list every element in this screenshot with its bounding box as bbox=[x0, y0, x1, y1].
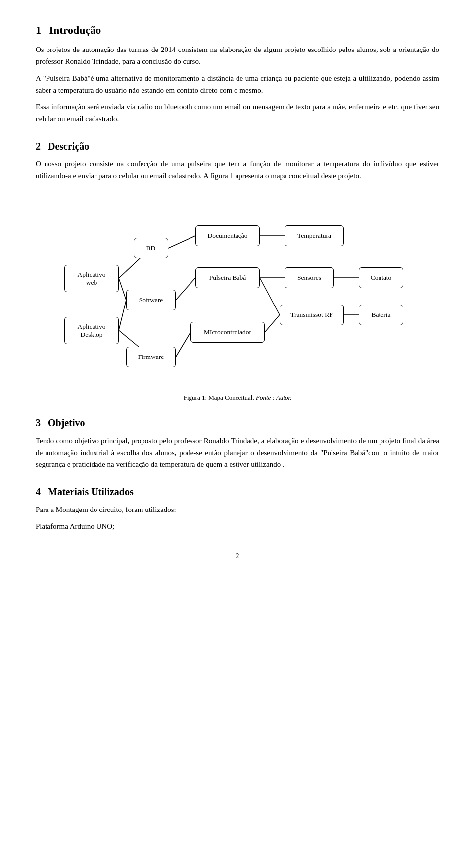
node-temperatura: Temperatura bbox=[285, 225, 344, 246]
section-3-para-1: Tendo como objetivo principal, proposto … bbox=[36, 435, 439, 470]
figure-caption: Figura 1: Mapa Conceitual. Fonte : Autor… bbox=[184, 394, 292, 402]
svg-line-2 bbox=[119, 300, 126, 330]
section-3: 3 Objetivo Tendo como objetivo principal… bbox=[36, 417, 439, 470]
diagram-lines bbox=[64, 196, 411, 389]
node-firmware: Firmware bbox=[126, 347, 176, 367]
svg-line-5 bbox=[176, 278, 195, 300]
node-pulseira-baba: Pulseira Babá bbox=[195, 267, 260, 288]
node-software: Software bbox=[126, 290, 176, 310]
svg-line-9 bbox=[260, 278, 280, 315]
section-3-title: 3 Objetivo bbox=[36, 417, 439, 429]
section-2-title: 2 Descrição bbox=[36, 141, 439, 152]
section-1-para-3: Essa informação será enviada via rádio o… bbox=[36, 101, 439, 125]
node-contato: Contato bbox=[359, 267, 403, 288]
svg-line-6 bbox=[176, 332, 190, 357]
node-aplicativo-web: Aplicativoweb bbox=[64, 265, 119, 292]
section-1-title: 1 Introdução bbox=[36, 24, 439, 37]
node-bd: BD bbox=[134, 238, 168, 258]
node-microcontrolador: MIcrocontrolador bbox=[190, 322, 265, 343]
diagram: Aplicativoweb AplicativoDesktop BD Softw… bbox=[64, 196, 411, 389]
section-4-para-2: Plataforma Arduino UNO; bbox=[36, 520, 439, 532]
node-aplicativo-desktop: AplicativoDesktop bbox=[64, 317, 119, 344]
section-2-para-1: O nosso projeto consiste na confecção de… bbox=[36, 158, 439, 182]
node-documentacao: Documentação bbox=[195, 225, 260, 246]
section-1-para-2: A "Pulseira Babá"é uma alternativa de mo… bbox=[36, 72, 439, 96]
node-sensores: Sensores bbox=[285, 267, 334, 288]
svg-line-10 bbox=[265, 315, 280, 332]
section-1: 1 Introdução Os projetos de automação da… bbox=[36, 24, 439, 125]
section-1-para-1: Os projetos de automação das turmas de 2… bbox=[36, 44, 439, 67]
node-transmissot-rf: Transmissot RF bbox=[280, 305, 344, 325]
section-4-para-1: Para a Montagem do circuito, foram utili… bbox=[36, 504, 439, 515]
section-2: 2 Descrição O nosso projeto consiste na … bbox=[36, 141, 439, 402]
page-number: 2 bbox=[36, 552, 439, 560]
svg-line-4 bbox=[168, 236, 195, 248]
section-4: 4 Materiais Utilizados Para a Montagem d… bbox=[36, 486, 439, 532]
svg-line-1 bbox=[119, 278, 126, 300]
node-bateria: Bateria bbox=[359, 305, 403, 325]
section-4-title: 4 Materiais Utilizados bbox=[36, 486, 439, 498]
figure-1-container: Aplicativoweb AplicativoDesktop BD Softw… bbox=[36, 196, 439, 402]
